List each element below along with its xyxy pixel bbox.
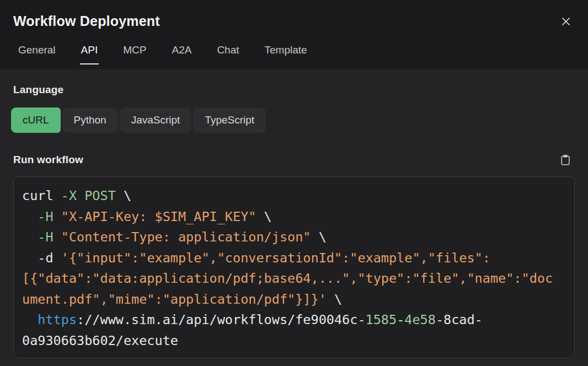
code-line: [{"data":"data:application/pdf;base64,..… [22, 268, 566, 289]
modal-header: Workflow Deployment GeneralAPIMCPA2AChat… [0, 0, 588, 69]
language-option-curl[interactable]: cURL [11, 107, 61, 133]
language-option-javascript[interactable]: JavaScript [120, 107, 192, 133]
tab-mcp[interactable]: MCP [122, 44, 147, 64]
code-line: -d '{"input":"example","conversationId":… [22, 248, 566, 269]
language-toggle-group: cURLPythonJavaScriptTypeScript [11, 107, 575, 133]
code-block[interactable]: curl -X POST \ -H "X-API-Key: $SIM_API_K… [13, 176, 575, 358]
page-title: Workflow Deployment [13, 13, 160, 29]
tab-general[interactable]: General [17, 44, 57, 64]
clipboard-icon [560, 159, 570, 167]
code-line: 0a930663b602/execute [22, 331, 566, 352]
run-workflow-row: Run workflow [13, 153, 575, 166]
tab-template[interactable]: Template [264, 44, 308, 64]
tab-bar: GeneralAPIMCPA2AChatTemplate [13, 44, 574, 64]
code-line: -H "X-API-Key: $SIM_API_KEY" \ [22, 207, 566, 228]
copy-button[interactable] [559, 153, 571, 166]
run-workflow-label: Run workflow [13, 154, 83, 166]
tab-api[interactable]: API [80, 44, 99, 64]
language-option-python[interactable]: Python [62, 107, 118, 133]
tab-chat[interactable]: Chat [216, 44, 240, 64]
close-button[interactable] [558, 14, 574, 29]
close-icon [560, 20, 571, 29]
code-line: curl -X POST \ [22, 186, 566, 207]
code-line: https://www.sim.ai/api/workflows/fe90046… [22, 310, 566, 331]
code-line: -H "Content-Type: application/json" \ [22, 227, 566, 248]
code-line: ument.pdf","mime":"application/pdf"}]}' … [22, 289, 566, 310]
curl-command-code: curl -X POST \ -H "X-API-Key: $SIM_API_K… [22, 186, 566, 351]
language-option-typescript[interactable]: TypeScript [193, 107, 266, 133]
workflow-deployment-modal: Workflow Deployment GeneralAPIMCPA2AChat… [0, 0, 588, 366]
language-label: Language [13, 84, 575, 96]
modal-body: Language cURLPythonJavaScriptTypeScript … [0, 69, 588, 366]
tab-a2a[interactable]: A2A [170, 44, 193, 64]
